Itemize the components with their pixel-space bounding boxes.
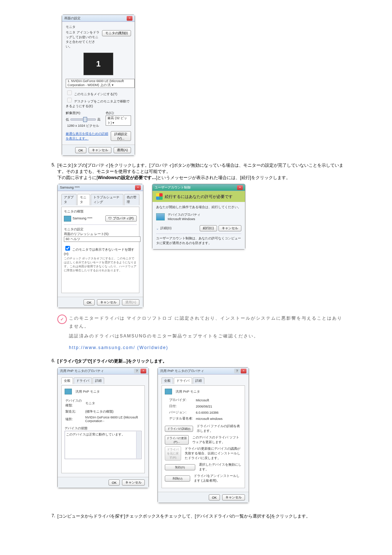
step-7: 7. [コンピュータからドライバを探す]チェックボックスをチェックして、[デバイ…	[47, 513, 345, 519]
step-6: 6. [ドライバ]タブで[ドライバの更新...]をクリックします。 汎用 PnP…	[47, 358, 345, 503]
logo-note: ✓ このモニタードライバは マイクロソフトロゴ に認定されており、インストールが…	[47, 315, 345, 352]
display-settings-dialog: 画面の設定 × モニタ モニタ アイコンをドラッグしてお使いのモニタと合わせてく…	[62, 15, 135, 156]
step-number: 7.	[47, 513, 57, 519]
uac-line1: あなたが開始した操作である場合は、続行してください。	[156, 205, 241, 210]
update-driver-button[interactable]: ドライバの更新(P)...	[165, 435, 189, 445]
step-number: 6.	[47, 358, 57, 503]
step-number: 5.	[47, 162, 57, 308]
help-icon[interactable]: ?	[134, 369, 140, 373]
tab-details[interactable]: 詳細	[193, 377, 204, 384]
resolution-label: 解像度(R):	[66, 111, 101, 116]
cancel-button[interactable]: キャンセル	[89, 147, 111, 153]
ok-button[interactable]: OK	[75, 147, 86, 153]
ok-button[interactable]: OK	[109, 479, 120, 486]
apply-button[interactable]: 適用(A)	[122, 299, 139, 305]
tab-strip: アダプタ モニタ トラブルシューティング 色の管理	[61, 194, 139, 205]
driver-details-button[interactable]: ドライバの詳細(I)	[165, 426, 193, 432]
uac-footer: ユーザーアカウント制御は、あなたの許可なくコンピュータに変更が適用されるのを防ぎ…	[156, 236, 241, 246]
close-icon[interactable]: ×	[237, 185, 243, 190]
chevron-down-icon[interactable]: ⌄	[156, 227, 159, 230]
dialog-title: Samsung ****	[60, 186, 80, 189]
tab-adapter[interactable]: アダプタ	[61, 194, 77, 205]
note-line2: 認証済みのドライバはSAMSUNGのモニター製品ウェブサイトをご確認ください。	[69, 332, 345, 340]
hide-modes-note: このチェック ボックスをオフにすると、このモニタでは正しく表示できないモードを選…	[64, 256, 137, 272]
titlebar: 画面の設定 ×	[62, 15, 135, 22]
tab-troubleshoot[interactable]: トラブルシューティング	[91, 194, 124, 205]
cancel-button[interactable]: キャンセル	[222, 494, 245, 501]
pnp-properties-general: 汎用 PnP モニタのプロパティ ?× 全般 ドライバ 詳細 汎用 PnP	[57, 367, 149, 488]
tab-driver[interactable]: ドライバ	[74, 377, 92, 384]
resolution-value: 1280 x 1024 ピクセル	[66, 123, 101, 128]
dialog-title: 汎用 PnP モニタのプロパティ	[160, 369, 204, 373]
continue-button[interactable]: 続行(C)	[200, 225, 217, 231]
details-button[interactable]: 詳細(D)	[160, 226, 172, 231]
monitor-icon	[65, 389, 72, 394]
close-icon[interactable]: ×	[135, 185, 141, 190]
tab-monitor[interactable]: モニタ	[77, 194, 90, 205]
identify-monitors-button[interactable]: モニタの識別(I)	[102, 30, 131, 36]
ok-button[interactable]: OK	[209, 494, 220, 501]
uninstall-button[interactable]: 削除(U)	[165, 475, 190, 482]
check-icon: ✓	[57, 315, 67, 324]
refresh-label: 画面のリフレッシュ レート(S):	[64, 232, 137, 236]
main-monitor-checkbox[interactable]: このモニタをメインにする(T)	[66, 92, 117, 96]
slider-low: 低	[66, 117, 69, 122]
monitor-icon	[64, 216, 71, 222]
help-icon[interactable]: ?	[234, 369, 240, 373]
device-icon	[156, 213, 165, 220]
step-text: [モニタ]タブの[プロパティ]をクリックします。[プロパティ]ボタンが無効になっ…	[57, 163, 343, 174]
disable-button[interactable]: 無効(D)	[165, 464, 195, 470]
tab-driver[interactable]: ドライバ	[174, 377, 192, 384]
status-label: デバイスの状態	[65, 426, 142, 431]
extend-desktop-checkbox[interactable]: デスクトップをこのモニタ上で移動できるようにする(E)	[66, 100, 130, 108]
cancel-button[interactable]: キャンセル	[122, 479, 145, 486]
cancel-button[interactable]: キャンセル	[219, 225, 241, 231]
step-text: [ドライバ]タブで[ドライバの更新...]をクリックします。	[57, 358, 167, 364]
status-textbox: このデバイスは正常に動作しています。	[65, 431, 142, 459]
samsung-link[interactable]: http://www.samsung.com/ (Worldwide)	[69, 345, 168, 350]
section-label: モニタ	[66, 25, 131, 29]
note-line1: このモニタードライバは マイクロソフトロゴ に認定されており、インストールがシス…	[69, 315, 345, 330]
monitor-selector[interactable]: 1. NVIDIA GeForce 6600 LE (Microsoft Cor…	[66, 79, 135, 88]
close-icon[interactable]: ×	[127, 16, 132, 21]
uac-dialog: ユーザーアカウント制御 × 続行するにはあなたの許可が必要です あなたが開始した…	[152, 184, 245, 250]
monitor-number: 1	[96, 59, 101, 69]
scrollbar[interactable]	[136, 432, 141, 458]
properties-button[interactable]: 🛡 プロパティ(P)	[105, 215, 137, 222]
tab-general[interactable]: 全般	[162, 377, 173, 384]
uac-header-bar: 続行するにはあなたの許可が必要です	[152, 191, 245, 202]
instruction-text: モニタ アイコンをドラッグしてお使いのモニタと合わせてください。	[66, 30, 100, 49]
close-icon[interactable]: ×	[140, 369, 146, 373]
shield-icon	[156, 193, 163, 200]
tab-color[interactable]: 色の管理	[124, 194, 139, 205]
rollback-driver-button[interactable]: ドライバを元に戻す(R)	[165, 446, 181, 461]
step-text: [コンピュータからドライバを探す]チェックボックスをチェックして、[デバイスドラ…	[57, 514, 310, 519]
cancel-button[interactable]: キャンセル	[97, 299, 120, 305]
color-dropdown[interactable]: 最高 (32 ビット) ▾	[106, 116, 131, 126]
type-label: モニタの種類	[64, 209, 137, 214]
refresh-dropdown[interactable]: 60 ヘルツ	[64, 236, 140, 242]
color-label: 色(C):	[106, 111, 131, 116]
uac-title: ユーザーアカウント制御	[155, 185, 191, 190]
step-5: 5. [モニタ]タブの[プロパティ]をクリックします。[プロパティ]ボタンが無効…	[47, 162, 345, 308]
best-display-link[interactable]: 最適な表示を得るための詳細を表示します。	[66, 131, 111, 141]
monitor-preview[interactable]: 1	[83, 53, 113, 75]
slider-high: 高	[97, 117, 101, 122]
monitor-properties-dialog: Samsung **** × アダプタ モニタ トラブルシューティング 色の管理…	[57, 184, 143, 308]
monitor-icon	[165, 389, 172, 394]
close-icon[interactable]: ×	[241, 369, 246, 373]
apply-button[interactable]: 適用(A)	[114, 147, 131, 153]
pnp-properties-driver: 汎用 PnP モニタのプロパティ ?× 全般 ドライバ 詳細 汎用 PnP	[158, 367, 249, 503]
tab-general[interactable]: 全般	[61, 377, 73, 384]
settings-label: モニタの設定	[64, 227, 137, 232]
hide-modes-checkbox[interactable]: このモニタでは表示できないモードを隠す(H)	[64, 248, 134, 256]
dialog-title: 画面の設定	[64, 16, 81, 21]
ok-button[interactable]: OK	[83, 299, 95, 305]
resolution-slider[interactable]	[70, 118, 96, 121]
dialog-title: 汎用 PnP モニタのプロパティ	[60, 369, 104, 373]
tab-details[interactable]: 詳細	[93, 377, 104, 384]
advanced-settings-button[interactable]: 詳細設定(V)...	[111, 131, 131, 141]
